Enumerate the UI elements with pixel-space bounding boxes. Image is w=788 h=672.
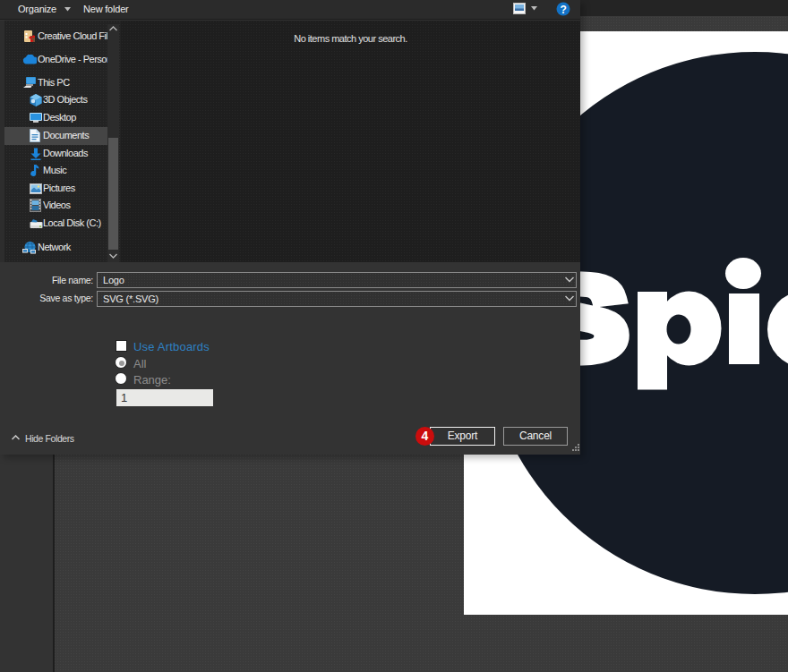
svg-text:?: ? (560, 4, 566, 16)
